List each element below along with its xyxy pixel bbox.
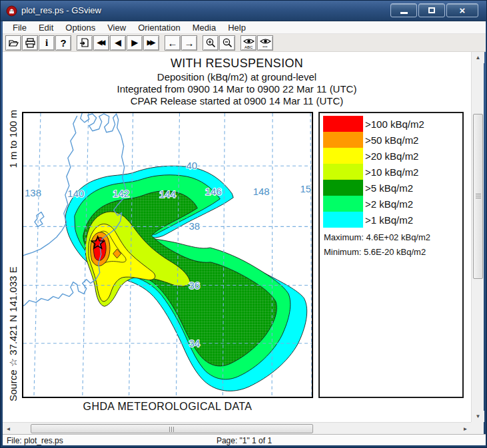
- next-page-button[interactable]: ▶: [127, 35, 143, 51]
- zoom-in-icon: [205, 37, 217, 49]
- window-title: plot_res.ps - GSview: [21, 5, 101, 15]
- fast-forward-icon: ▶▶: [147, 39, 155, 46]
- map-panel: 40 38 36 34 138 140 142 144 146 148 150: [22, 112, 313, 398]
- title-bar[interactable]: plot_res.ps - GSview ×: [1, 1, 487, 21]
- scroll-right-arrow[interactable]: ►: [460, 423, 471, 435]
- thumb-grip: [169, 427, 175, 432]
- legend-row: >20 kBq/m2: [320, 148, 462, 164]
- scroll-left-arrow[interactable]: ◄: [3, 423, 14, 435]
- legend-minimum: Minimum: 5.6E-20 kBq/m2: [324, 247, 462, 257]
- toolbar-separator: [72, 35, 77, 51]
- zoom-in-button[interactable]: [203, 35, 219, 51]
- last-page-button[interactable]: ▶▶: [143, 35, 159, 51]
- lon-label-146: 146: [205, 186, 222, 197]
- horizontal-scrollbar[interactable]: ◄ ►: [3, 422, 471, 434]
- find-text-button[interactable]: ABC: [241, 35, 256, 51]
- info-button[interactable]: i: [39, 35, 55, 51]
- legend-swatch-cyan: [323, 212, 363, 228]
- horizontal-scrollbar-thumb[interactable]: [31, 424, 313, 433]
- forward-arrow-icon: →: [185, 38, 195, 48]
- document-page: WITH RESUSPENSION Deposition (kBq/m2) at…: [3, 52, 471, 422]
- first-page-button[interactable]: ◀◀: [93, 35, 109, 51]
- legend-row: >100 kBq/m2: [320, 116, 462, 132]
- plot-subtitle-1: Deposition (kBq/m2) at ground-level: [3, 71, 471, 83]
- source-coordinates-label: Source ☆ 37.421 N 141.033 E: [7, 266, 21, 401]
- lon-label-138: 138: [25, 188, 41, 198]
- rewind-icon: ◀◀: [97, 39, 105, 46]
- plot-subtitle-2: Integrated from 0900 14 Mar to 0900 22 M…: [3, 83, 471, 95]
- menu-view[interactable]: View: [101, 22, 132, 33]
- thumb-grip: [476, 194, 481, 199]
- legend-swatch-green: [323, 196, 363, 212]
- legend-swatch-yellow: [323, 148, 363, 164]
- legend-row: >5 kBq/m2: [320, 180, 462, 196]
- minimize-icon: [400, 12, 408, 14]
- toolbar-separator: [236, 35, 241, 51]
- svg-text:ABC: ABC: [244, 45, 253, 49]
- close-icon: ×: [460, 5, 466, 15]
- maximize-button[interactable]: [418, 3, 445, 17]
- open-folder-icon: [8, 37, 19, 49]
- back-button[interactable]: ←: [165, 35, 181, 51]
- toolbar-separator: [198, 35, 203, 51]
- lon-label-150: 150: [300, 184, 312, 194]
- status-page-indicator: Page: "1" 1 of 1: [3, 436, 486, 445]
- status-bar: File: plot_res.ps Page: "1" 1 of 1: [3, 434, 486, 445]
- vertical-scrollbar-thumb[interactable]: [473, 114, 483, 279]
- menu-edit[interactable]: Edit: [33, 22, 59, 33]
- previous-page-button[interactable]: ◀: [110, 35, 126, 51]
- contour-map: 40 38 36 34 138 140 142 144 146 148 150: [23, 113, 312, 397]
- legend-swatch-red: [323, 116, 363, 132]
- select-page-icon: [79, 37, 91, 49]
- left-axis-label: Source ☆ 37.421 N 141.033 E 1 m to 100 m: [7, 110, 21, 401]
- info-icon: i: [45, 38, 48, 48]
- printer-icon: [25, 37, 36, 49]
- previous-icon: ◀: [115, 39, 121, 47]
- lat-label-38: 38: [189, 221, 200, 232]
- legend-swatch-darkgreen: [323, 180, 363, 196]
- find-next-button[interactable]: ...: [257, 35, 273, 51]
- legend-row: >1 kBq/m2: [320, 212, 462, 228]
- legend-row: >10 kBq/m2: [320, 164, 462, 180]
- zoom-out-button[interactable]: [219, 35, 235, 51]
- menu-help[interactable]: Help: [222, 22, 252, 33]
- minimize-button[interactable]: [390, 3, 417, 17]
- lon-label-142: 142: [113, 188, 129, 199]
- scroll-down-arrow[interactable]: ▼: [472, 411, 484, 422]
- maximize-icon: [428, 7, 435, 13]
- scroll-up-arrow[interactable]: ▲: [472, 52, 484, 63]
- legend-label: >2 kBq/m2: [365, 198, 413, 210]
- legend-row: >50 kBq/m2: [320, 132, 462, 148]
- lat-label-36: 36: [189, 280, 200, 291]
- plot-subtitle-3: CPAR Release started at 0900 14 Mar 11 (…: [3, 95, 471, 107]
- menu-media[interactable]: Media: [187, 22, 222, 33]
- gsview-app-icon: [6, 5, 17, 17]
- legend-label: >100 kBq/m2: [365, 118, 424, 130]
- print-button[interactable]: [22, 35, 38, 51]
- plot-title: WITH RESUSPENSION: [3, 57, 471, 71]
- meteorology-label: GHDA METEOROLOGICAL DATA: [22, 401, 313, 413]
- open-button[interactable]: [5, 35, 21, 51]
- lon-label-148: 148: [253, 186, 270, 197]
- help-button[interactable]: ?: [55, 35, 71, 51]
- menu-bar: File Edit Options View Orientation Media…: [3, 21, 486, 34]
- legend-label: >20 kBq/m2: [365, 150, 418, 162]
- legend-label: >5 kBq/m2: [365, 182, 413, 194]
- toolbar: i ? ◀◀ ◀ ▶ ▶▶ ← →: [3, 34, 486, 52]
- close-button[interactable]: ×: [446, 3, 478, 17]
- legend-panel: >100 kBq/m2 >50 kBq/m2 >20 kBq/m2 >10 kB…: [318, 112, 464, 398]
- legend-label: >50 kBq/m2: [365, 134, 418, 146]
- legend-row: >2 kBq/m2: [320, 196, 462, 212]
- toolbar-separator: [160, 35, 165, 51]
- vertical-scrollbar[interactable]: ▲ ▼: [471, 52, 484, 422]
- menu-file[interactable]: File: [7, 22, 33, 33]
- plot-title-block: WITH RESUSPENSION Deposition (kBq/m2) at…: [3, 57, 471, 107]
- select-page-button[interactable]: [77, 35, 93, 51]
- menu-orientation[interactable]: Orientation: [132, 22, 187, 33]
- legend-label: >10 kBq/m2: [365, 166, 418, 178]
- menu-options[interactable]: Options: [59, 22, 101, 33]
- forward-button[interactable]: →: [181, 35, 197, 51]
- back-arrow-icon: ←: [168, 38, 178, 48]
- gsview-window: plot_res.ps - GSview × File Edit Options…: [0, 0, 487, 448]
- legend-maximum: Maximum: 4.6E+02 kBq/m2: [324, 232, 462, 242]
